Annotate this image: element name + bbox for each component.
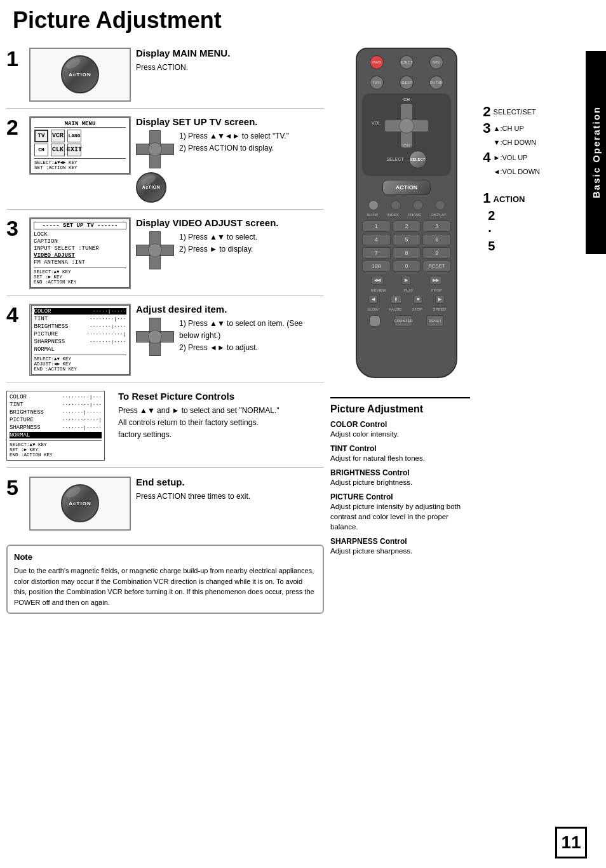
btn-play[interactable]: ▶	[401, 276, 411, 285]
btn-reset[interactable]: RESET	[422, 261, 451, 272]
page-header: Picture Adjustment	[0, 0, 606, 48]
dpad-select-center	[399, 118, 414, 133]
btn-review[interactable]: ◀◀	[371, 276, 384, 285]
pa-color: COLOR ·····|·····	[34, 308, 126, 315]
btn-counter[interactable]: COUNTER	[394, 315, 412, 327]
control-buttons: ◀ ⏸ ■ ▶	[362, 295, 451, 304]
tmtv-button[interactable]: TMTV	[370, 76, 384, 90]
color-control-item: COLOR Control Adjust color intensity.	[330, 420, 470, 439]
step-2-info: Display SET UP TV screen.	[136, 116, 324, 203]
page-title: Picture Adjustment	[13, 8, 593, 33]
step-5-info: End setup. Press ACTION three times to e…	[136, 477, 324, 503]
annot-4: 4 ►:VOL UP ◄:VOL DOWN	[483, 151, 540, 179]
btn-0[interactable]: 0	[393, 261, 421, 272]
rs-color: COLOR ·········|···	[10, 394, 102, 400]
dpad-center-3	[148, 243, 162, 257]
reset-screen: COLOR ·········|··· TINT ·········|··· B…	[6, 391, 105, 461]
control-labels: SLOW PAUSE STOP SPEED	[362, 308, 451, 311]
btn-index[interactable]	[391, 200, 401, 210]
note-title: Note	[14, 551, 316, 564]
step-2-inst-1: 1) Press ▲▼◄► to select "TV."	[179, 130, 289, 142]
step-1-desc: Press ACTION.	[136, 62, 324, 74]
btn-display[interactable]	[435, 200, 445, 210]
step-2-number: 2	[6, 116, 24, 138]
sleep-button[interactable]: SLEEP	[400, 76, 414, 90]
btn-7[interactable]: 7	[362, 247, 391, 259]
annot-3: 3 ▲:CH UP ▼:CH DOWN	[483, 121, 540, 149]
btn-3[interactable]: 3	[422, 220, 451, 232]
step-4: 4 COLOR ·····|····· TINT ········|···	[6, 304, 324, 383]
step-3: 3 ----- SET UP TV ------ LOCK CAPTION IN…	[6, 217, 324, 296]
step-5-number: 5	[6, 477, 24, 498]
step-3-inner: 1) Press ▲▼ to select. 2) Press ► to dis…	[136, 231, 324, 269]
step-4-image: COLOR ·····|····· TINT ········|··· BRIG…	[29, 304, 131, 376]
annot-num-2: 2	[483, 105, 490, 119]
tint-control-desc: Adjust for natural flesh tones.	[330, 453, 470, 463]
annot-1: 1 ACTION	[483, 191, 540, 208]
remote-body: PWR EJECT NITE	[356, 48, 457, 378]
sharpness-control-item: SHARPNESS Control Adjust picture sharpne…	[330, 537, 470, 556]
btn-1[interactable]: 1	[362, 220, 391, 232]
step-2-inner: 1) Press ▲▼◄► to select "TV." 2) Press A…	[136, 130, 324, 168]
tv-icon: TV	[34, 130, 48, 142]
ontimer-button[interactable]: ON TMR	[429, 76, 443, 90]
reset-desc: Press ▲▼ and ► to select and set "NORMAL…	[118, 405, 324, 442]
btn-reset2[interactable]: RESET	[426, 315, 444, 327]
step-3-inst-1: 1) Press ▲▼ to select.	[179, 231, 257, 243]
dpad-center-4	[148, 330, 162, 344]
picture-control-name: PICTURE Control	[330, 492, 470, 501]
clock-icon: CLK	[51, 144, 65, 156]
pa-sharpness: SHARPNESS ·······|····	[34, 339, 126, 345]
btn-2[interactable]: 2	[393, 220, 421, 232]
note-text: Due to the earth's magnetic fields, or m…	[14, 566, 316, 607]
step-4-title: Adjust desired item.	[136, 304, 324, 315]
btn-9[interactable]: 9	[422, 247, 451, 259]
btn-pause[interactable]: ⏸	[391, 295, 401, 304]
step-2-action-img: AcTION	[136, 172, 324, 203]
transport-buttons: ◀◀ ▶ ▶▶	[362, 276, 451, 285]
btn-speed[interactable]: ▶	[435, 295, 445, 304]
annot-vol-down: ◄:VOL DOWN	[494, 165, 540, 179]
action-btn-area: ACTION	[362, 180, 451, 195]
action-button-step5: AcTION	[61, 484, 99, 522]
btn-ff[interactable]: ▶▶	[429, 276, 442, 285]
dpad-right-3	[160, 245, 174, 256]
bottom-buttons: COUNTER RESET	[362, 315, 451, 327]
reset-desc-3: factory settings.	[118, 429, 324, 441]
btn-5[interactable]: 5	[393, 234, 421, 245]
annot-ch-up: ▲:CH UP	[494, 121, 537, 135]
step-3-image: ----- SET UP TV ------ LOCK CAPTION INPU…	[29, 217, 131, 289]
annot-action: ACTION	[494, 191, 525, 208]
step-4-number: 4	[6, 304, 24, 325]
remote-row2: TMTV SLEEP ON TMR	[362, 76, 451, 90]
setup-tv-title: ----- SET UP TV ------	[34, 222, 126, 229]
btn-frame[interactable]	[413, 200, 423, 210]
step-4-desc: 1) Press ▲▼ to select on item. (See belo…	[179, 318, 324, 355]
picture-control-item: PICTURE Control Adjust picture intensity…	[330, 492, 470, 532]
action-select-btn[interactable]: SELECT	[409, 151, 427, 168]
rs-brightness: BRIGHTNESS ·······|·····	[10, 409, 102, 416]
eject-button[interactable]: EJECT	[400, 55, 414, 69]
nite-button[interactable]: NITE	[429, 55, 443, 69]
power-button[interactable]: PWR	[370, 55, 384, 69]
btn-100[interactable]: 100	[362, 261, 391, 272]
reset-section: COLOR ·········|··· TINT ·········|··· B…	[6, 391, 324, 468]
btn-4[interactable]: 4	[362, 234, 391, 245]
step-3-inst-2: 2) Press ► to display.	[179, 243, 257, 255]
channel-icon: CH	[34, 144, 48, 156]
btn-8[interactable]: 8	[393, 247, 421, 259]
reset-screen-container: COLOR ·········|··· TINT ·········|··· B…	[6, 391, 108, 461]
btn-stop[interactable]: ■	[414, 295, 422, 304]
picture-adjust-screen: COLOR ·····|····· TINT ········|··· BRIG…	[31, 305, 130, 375]
content-wrapper: 1 AcTION Display MAIN MENU. Press ACTION…	[0, 48, 606, 614]
btn-6[interactable]: 6	[422, 234, 451, 245]
setup-tv-screen: ----- SET UP TV ------ LOCK CAPTION INPU…	[30, 219, 130, 288]
pic-adj-title: Picture Adjustment	[330, 403, 470, 415]
side-tab-label: Basic Operation	[591, 106, 602, 198]
btn-rec[interactable]	[369, 315, 380, 327]
step-5-title: End setup.	[136, 477, 324, 487]
dpad-down-4	[149, 342, 161, 356]
btn-slow[interactable]	[368, 200, 379, 210]
btn-slow2[interactable]: ◀	[368, 295, 378, 304]
action-button-remote[interactable]: ACTION	[382, 180, 431, 195]
